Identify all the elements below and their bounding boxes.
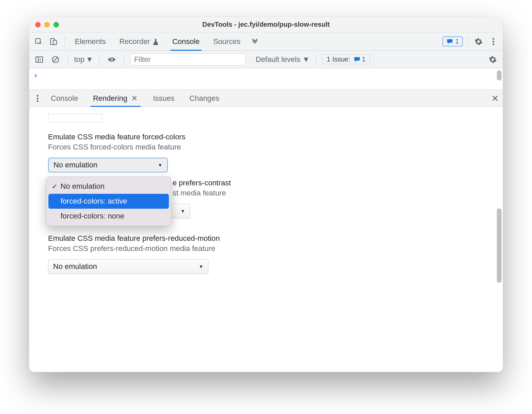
drawer-tab-changes[interactable]: Changes xyxy=(183,90,226,107)
close-drawer-icon[interactable]: ✕ xyxy=(491,93,499,104)
svg-point-4 xyxy=(493,41,494,42)
partial-select-above[interactable] xyxy=(48,114,102,122)
log-levels-selector[interactable]: Default levels ▼ xyxy=(256,55,310,64)
tab-label: Rendering xyxy=(93,94,128,103)
option-label: forced-colors: none xyxy=(61,212,124,221)
divider xyxy=(467,37,468,46)
beaker-icon xyxy=(153,38,159,45)
settings-icon[interactable] xyxy=(472,36,485,48)
tab-label: Sources xyxy=(213,37,241,46)
chevron-down-icon: ▼ xyxy=(158,162,162,168)
setting-desc: Forces CSS forced-colors media feature xyxy=(48,143,493,152)
live-expression-icon[interactable] xyxy=(106,53,118,66)
option-label: No emulation xyxy=(61,182,105,191)
kebab-menu-icon[interactable] xyxy=(487,36,500,48)
setting-prefers-reduced-motion: Emulate CSS media feature prefers-reduce… xyxy=(48,234,493,274)
rendering-panel: Emulate CSS media feature forced-colors … xyxy=(29,107,503,372)
levels-label: Default levels xyxy=(256,55,300,64)
option-label: forced-colors: active xyxy=(61,197,127,206)
context-value: top xyxy=(74,55,85,64)
check-icon: ✓ xyxy=(52,182,58,190)
more-tabs-icon[interactable] xyxy=(249,36,261,48)
tab-label: Changes xyxy=(190,94,219,103)
dropdown-option-no-emulation[interactable]: ✓ No emulation xyxy=(48,179,169,194)
drawer-tab-issues[interactable]: Issues xyxy=(146,90,181,107)
clear-console-icon[interactable] xyxy=(49,53,62,66)
tab-elements[interactable]: Elements xyxy=(69,32,111,50)
tab-label: Recorder xyxy=(119,37,150,46)
scrollbar[interactable] xyxy=(497,70,502,80)
devtools-window: DevTools - jec.fyi/demo/pup-slow-result … xyxy=(29,17,503,372)
chevron-down-icon: ▼ xyxy=(180,208,185,214)
select-value: No emulation xyxy=(53,161,97,169)
divider xyxy=(124,55,124,64)
console-sidebar-toggle-icon[interactable] xyxy=(33,53,45,66)
setting-title: Emulate CSS media feature forced-colors xyxy=(48,133,493,141)
setting-forced-colors: Emulate CSS media feature forced-colors … xyxy=(48,133,493,172)
window-title: DevTools - jec.fyi/demo/pup-slow-result xyxy=(29,21,503,28)
drawer-tabstrip: Console Rendering ✕ Issues Changes ✕ xyxy=(29,90,503,107)
prefers-reduced-motion-select[interactable]: No emulation ▼ xyxy=(48,259,208,274)
svg-point-11 xyxy=(37,100,39,102)
drawer-tab-rendering[interactable]: Rendering ✕ xyxy=(86,90,145,107)
divider xyxy=(68,55,68,64)
divider xyxy=(64,37,65,46)
drawer-kebab-icon[interactable] xyxy=(32,92,43,105)
prompt-caret-icon: › xyxy=(35,71,37,80)
inspect-element-icon[interactable] xyxy=(32,36,45,48)
issues-count: 1 xyxy=(455,38,459,45)
chevron-down-icon: ▼ xyxy=(302,55,310,64)
tab-sources[interactable]: Sources xyxy=(208,32,246,50)
divider xyxy=(316,55,316,64)
main-tabstrip: Elements Recorder Console Sources 1 xyxy=(29,32,503,51)
select-value: No emulation xyxy=(53,262,97,271)
dropdown-option-forced-colors-active[interactable]: forced-colors: active xyxy=(48,194,169,209)
tab-label: Elements xyxy=(75,37,106,46)
setting-desc: Forces CSS prefers-reduced-motion media … xyxy=(48,244,493,253)
close-tab-icon[interactable]: ✕ xyxy=(131,94,138,103)
setting-title: Emulate CSS media feature prefers-reduce… xyxy=(48,234,493,243)
drawer-tab-console[interactable]: Console xyxy=(44,90,85,107)
tab-recorder[interactable]: Recorder xyxy=(114,32,164,50)
divider xyxy=(99,55,99,64)
chevron-down-icon: ▼ xyxy=(86,55,93,64)
forced-colors-dropdown: ✓ No emulation forced-colors: active for… xyxy=(46,177,171,226)
svg-point-10 xyxy=(37,97,39,99)
chat-icon xyxy=(446,39,453,45)
issues-badge[interactable]: 1 xyxy=(443,37,463,46)
console-settings-icon[interactable] xyxy=(487,53,499,66)
titlebar: DevTools - jec.fyi/demo/pup-slow-result xyxy=(29,17,503,32)
issue-count: 1 xyxy=(362,55,365,63)
tab-console[interactable]: Console xyxy=(167,32,205,50)
device-toolbar-icon[interactable] xyxy=(47,36,60,48)
context-selector[interactable]: top ▼ xyxy=(74,55,93,64)
issue-pill[interactable]: 1 Issue: 1 xyxy=(322,54,370,64)
forced-colors-select[interactable]: No emulation ▼ xyxy=(48,158,168,172)
svg-point-9 xyxy=(37,95,39,96)
chat-icon xyxy=(354,56,360,63)
tab-label: Issues xyxy=(153,94,175,103)
issue-label: 1 Issue: xyxy=(327,55,350,63)
console-body[interactable]: › xyxy=(29,68,503,90)
tab-label: Console xyxy=(51,94,78,103)
chevron-down-icon: ▼ xyxy=(199,264,203,269)
svg-rect-2 xyxy=(53,40,57,45)
console-toolbar: top ▼ Default levels ▼ 1 Issue: 1 xyxy=(29,51,503,68)
svg-point-3 xyxy=(493,38,494,40)
scrollbar[interactable] xyxy=(497,208,502,283)
svg-point-5 xyxy=(493,43,494,45)
tab-label: Console xyxy=(172,37,200,46)
dropdown-option-forced-colors-none[interactable]: forced-colors: none xyxy=(48,209,169,224)
svg-point-8 xyxy=(111,59,112,60)
filter-input[interactable] xyxy=(130,53,245,66)
